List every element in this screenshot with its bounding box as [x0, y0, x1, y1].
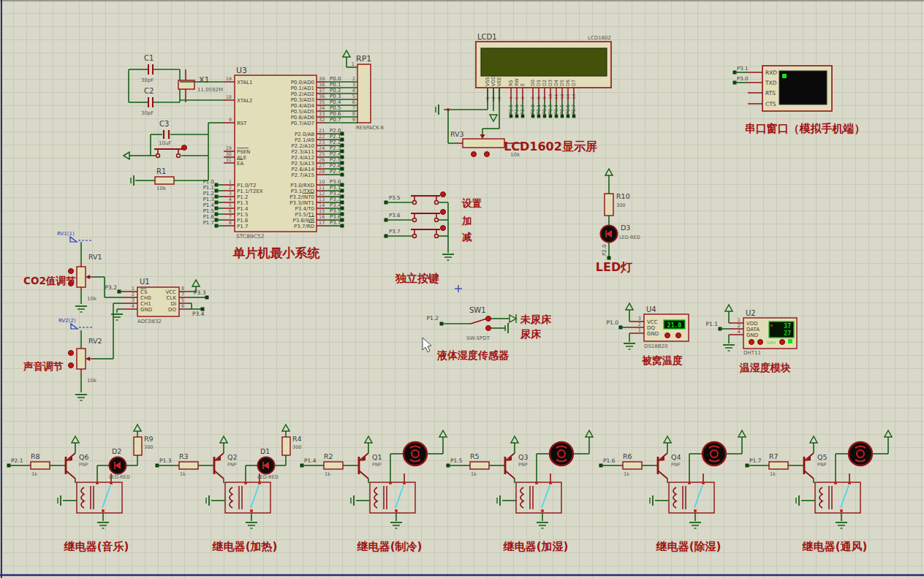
pot-rv1[interactable] [77, 267, 86, 287]
power-arrow-icon [365, 436, 372, 443]
button-contact[interactable] [435, 218, 439, 222]
adjust-button[interactable] [665, 333, 670, 338]
pin-number: 10 [319, 179, 325, 185]
respack[interactable] [357, 64, 371, 123]
adjust-button[interactable] [749, 340, 754, 345]
adjust-button[interactable] [69, 351, 74, 356]
net-label: P0.1 [330, 82, 341, 88]
label: Q5 [817, 453, 828, 461]
pin-junction [102, 509, 105, 512]
relay-caption: 继电器(制冷) [357, 540, 423, 553]
pin-name: VSS [485, 77, 491, 86]
reset-button-contact[interactable] [177, 154, 181, 158]
net-label: P1.6 [203, 214, 215, 220]
resistor[interactable] [179, 462, 198, 469]
relay-contact [841, 485, 849, 508]
mouse-cursor-icon [423, 338, 431, 352]
relay-contact [395, 485, 404, 508]
label: X1 [199, 75, 210, 85]
button-contact[interactable] [413, 201, 417, 205]
switch-arm[interactable] [471, 319, 487, 324]
pin-number: 30 [226, 151, 232, 157]
net-label: P3.7 [389, 229, 400, 235]
part-name: STC89C52 [236, 233, 265, 240]
net-label: P1.3 [159, 457, 172, 464]
reset-button[interactable] [182, 145, 187, 151]
resistor[interactable] [282, 437, 290, 455]
part-name: LED-RED [619, 235, 640, 240]
pin-name: P2.2/A10 [292, 143, 314, 149]
relay-contact [102, 485, 110, 508]
relay-coil-icon [520, 487, 523, 508]
switch-throw[interactable] [486, 326, 491, 331]
adjust-button[interactable] [69, 269, 74, 274]
push-button[interactable] [441, 210, 446, 215]
resistor[interactable] [623, 462, 642, 469]
button-contact[interactable] [413, 218, 417, 222]
label: RV1 [88, 253, 102, 261]
part-name: PNP [227, 462, 237, 468]
switch-throw[interactable] [486, 316, 491, 322]
pin-number: 7 [181, 292, 184, 297]
power-arrow-icon [725, 305, 732, 311]
adjust-button[interactable] [485, 152, 490, 157]
net-label: P0.1 [536, 104, 542, 115]
button-contact[interactable] [435, 201, 439, 205]
pin-junction [702, 482, 705, 484]
pin-name: XTAL2 [237, 98, 253, 104]
part-name: DHT11 [743, 350, 761, 356]
pin-name: VDD [746, 321, 758, 327]
net-label: P0.6 [330, 111, 341, 117]
pin-junction [389, 482, 392, 484]
pin-name: D7 [571, 80, 577, 86]
net-label: P0.5 [330, 105, 341, 111]
button-contact[interactable] [435, 235, 439, 238]
pin-name: P1.7 [237, 224, 248, 229]
push-button[interactable] [441, 192, 446, 197]
terminal[interactable] [205, 296, 209, 300]
pin-junction [688, 482, 691, 484]
pin-name: P2.4/A12 [292, 155, 314, 161]
adjust-button[interactable] [472, 152, 477, 157]
button-contact[interactable] [413, 235, 417, 238]
terminal[interactable] [607, 256, 611, 260]
resistor[interactable] [470, 462, 489, 469]
resistor[interactable] [605, 194, 613, 216]
contrast-pot[interactable] [463, 139, 504, 148]
resistor[interactable] [134, 437, 142, 455]
resistor[interactable] [769, 462, 788, 469]
label: D1 [260, 447, 270, 455]
adjust-button[interactable] [780, 340, 785, 345]
pin-name: DI [171, 301, 176, 307]
pin-number: 5 [352, 94, 355, 99]
pin-name: D4 [553, 80, 559, 86]
part-name: PNP [518, 462, 528, 468]
label: C3 [159, 120, 169, 128]
resistor[interactable] [324, 462, 343, 469]
reset-button-contact[interactable] [156, 154, 160, 158]
pot-rv2[interactable] [77, 349, 86, 369]
adjust-button[interactable] [676, 333, 681, 338]
pin-name: P0.5/AD5 [291, 109, 314, 115]
lcd-screen[interactable] [481, 48, 607, 76]
pin-name: D3 [548, 80, 553, 86]
label: U1 [140, 278, 150, 286]
pin-number: 17 [319, 220, 325, 226]
value: 300 [616, 202, 625, 208]
pin-number: 14 [319, 202, 325, 208]
resistor[interactable] [31, 462, 50, 469]
pin-number: 4 [352, 88, 355, 94]
push-button[interactable] [441, 226, 446, 231]
pin-name: D5 [559, 80, 565, 86]
power-arrow-icon [490, 115, 497, 121]
resistor[interactable] [155, 177, 174, 184]
mcu-minimal-system: U3STC89C52单片机最小系统19XTAL118XTAL29RST29PSE… [124, 50, 384, 260]
pin-name: P2.7/A15 [292, 172, 314, 178]
adjust-button[interactable] [69, 363, 74, 368]
motor-shaft-icon [412, 450, 419, 457]
key-function-label: 加 [461, 215, 472, 227]
relay-coil-icon [673, 487, 676, 508]
pin-junction [110, 482, 113, 484]
adjust-button[interactable] [758, 340, 763, 345]
pin-name: DATA [746, 327, 760, 332]
